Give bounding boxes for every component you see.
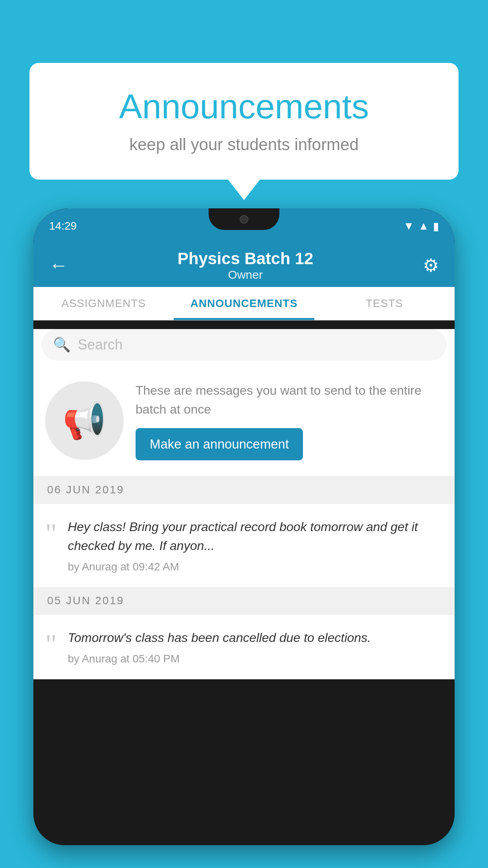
search-icon: 🔍: [53, 337, 71, 353]
announcement-author-1: by Anurag at 09:42 AM: [68, 561, 443, 573]
tab-announcements[interactable]: ANNOUNCEMENTS: [174, 287, 314, 320]
camera: [240, 215, 248, 224]
header-center: Physics Batch 12 Owner: [178, 249, 314, 281]
signal-icon: ▲: [418, 220, 429, 232]
promo-text-area: These are messages you want to send to t…: [136, 381, 443, 460]
app-header: ← Physics Batch 12 Owner ⚙: [33, 244, 455, 287]
quote-icon-2: ": [45, 630, 57, 665]
announcement-item-1[interactable]: " Hey class! Bring your practical record…: [33, 504, 455, 587]
speech-bubble-subtitle: keep all your students informed: [61, 135, 427, 154]
announcement-message-1: Hey class! Bring your practical record b…: [68, 517, 443, 555]
notch: [209, 208, 279, 230]
status-bar: 14:29 ▼ ▲ ▮: [33, 208, 455, 244]
quote-icon-1: ": [45, 519, 57, 573]
back-button[interactable]: ←: [49, 256, 68, 275]
search-placeholder: Search: [78, 337, 123, 353]
announcement-message-2: Tomorrow's class has been cancelled due …: [68, 628, 443, 647]
status-time: 14:29: [49, 220, 77, 232]
tab-tests[interactable]: TESTS: [314, 287, 455, 320]
date-divider-2: 05 JUN 2019: [33, 587, 455, 614]
announcement-text-2: Tomorrow's class has been cancelled due …: [68, 628, 443, 665]
status-icons: ▼ ▲ ▮: [404, 220, 439, 233]
wifi-icon: ▼: [404, 220, 415, 232]
announcement-author-2: by Anurag at 05:40 PM: [68, 653, 443, 665]
phone-container: 14:29 ▼ ▲ ▮ ← Physics Batch 12 Owner ⚙: [33, 208, 455, 868]
tab-assignments[interactable]: ASSIGNMENTS: [33, 287, 174, 320]
settings-icon[interactable]: ⚙: [423, 255, 439, 276]
role-label: Owner: [178, 268, 314, 281]
tab-bar: ASSIGNMENTS ANNOUNCEMENTS TESTS: [33, 287, 455, 320]
promo-description: These are messages you want to send to t…: [136, 381, 443, 419]
phone-screen: 🔍 Search 📢 These are messages you want t…: [33, 329, 455, 679]
promo-section: 📢 These are messages you want to send to…: [33, 369, 455, 476]
speech-bubble-container: Announcements keep all your students inf…: [29, 63, 459, 180]
phone-frame: 14:29 ▼ ▲ ▮ ← Physics Batch 12 Owner ⚙: [33, 208, 455, 845]
announcement-text-1: Hey class! Bring your practical record b…: [68, 517, 443, 573]
batch-title: Physics Batch 12: [178, 249, 314, 268]
announcement-item-2[interactable]: " Tomorrow's class has been cancelled du…: [33, 614, 455, 679]
date-divider-1: 06 JUN 2019: [33, 476, 455, 504]
battery-icon: ▮: [433, 220, 439, 233]
megaphone-icon: 📢: [62, 400, 106, 441]
megaphone-circle: 📢: [45, 381, 124, 460]
phone-inner: 14:29 ▼ ▲ ▮ ← Physics Batch 12 Owner ⚙: [33, 208, 455, 845]
search-bar[interactable]: 🔍 Search: [41, 329, 447, 360]
speech-bubble-title: Announcements: [61, 86, 427, 127]
make-announcement-button[interactable]: Make an announcement: [136, 428, 303, 460]
speech-bubble: Announcements keep all your students inf…: [29, 63, 459, 180]
